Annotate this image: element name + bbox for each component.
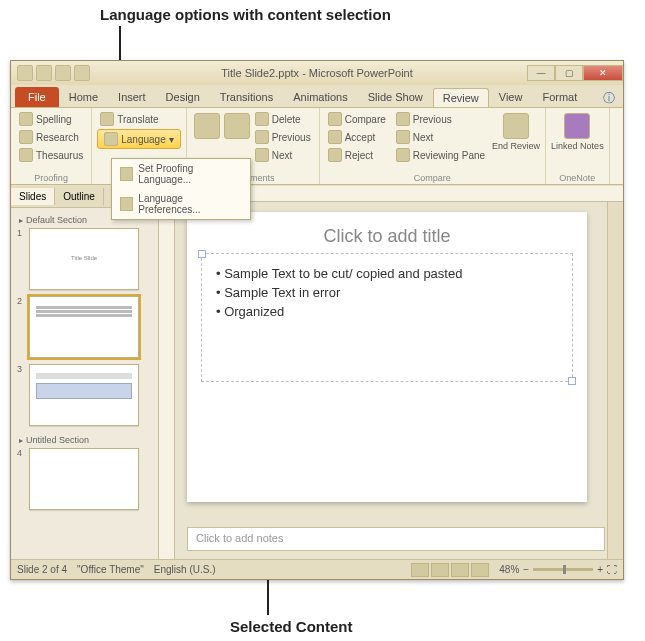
- compare-button[interactable]: Compare: [325, 111, 389, 127]
- help-icon[interactable]: ⓘ: [603, 90, 623, 107]
- accept-button[interactable]: Accept: [325, 129, 389, 145]
- tab-format[interactable]: Format: [532, 87, 587, 107]
- undo-icon[interactable]: [55, 65, 71, 81]
- outline-tab[interactable]: Outline: [55, 188, 104, 205]
- spelling-label: Spelling: [36, 114, 72, 125]
- tab-design[interactable]: Design: [156, 87, 210, 107]
- set-language-label: Set Proofing Language...: [138, 163, 242, 185]
- new-comment-button[interactable]: [192, 111, 222, 163]
- save-icon[interactable]: [36, 65, 52, 81]
- linked-notes-label: Linked Notes: [551, 141, 604, 151]
- thumb1-text: Title Slide: [36, 255, 132, 261]
- linked-notes-button[interactable]: Linked Notes: [551, 111, 604, 151]
- reject-label: Reject: [345, 150, 373, 161]
- title-placeholder[interactable]: Click to add title: [205, 226, 569, 247]
- zoom-out-icon[interactable]: −: [523, 564, 529, 575]
- tab-home[interactable]: Home: [59, 87, 108, 107]
- vertical-scrollbar[interactable]: [607, 202, 623, 559]
- next-comment-button[interactable]: Next: [252, 147, 314, 163]
- end-review-label: End Review: [492, 141, 540, 151]
- language-label: Language: [121, 134, 166, 145]
- section-untitled[interactable]: Untitled Section: [17, 432, 152, 448]
- thumbnails[interactable]: Default Section 1 Title Slide 2 3: [11, 208, 158, 559]
- translate-button[interactable]: Translate: [97, 111, 181, 127]
- reading-view-icon[interactable]: [451, 563, 469, 577]
- view-buttons: [411, 563, 489, 577]
- language-button[interactable]: Language▾: [97, 129, 181, 149]
- tab-insert[interactable]: Insert: [108, 87, 156, 107]
- reject-button[interactable]: Reject: [325, 147, 389, 163]
- next-icon: [396, 130, 410, 144]
- prev-label: Previous: [272, 132, 311, 143]
- compare-next-button[interactable]: Next: [393, 129, 488, 145]
- reject-icon: [328, 148, 342, 162]
- thumbnail-3[interactable]: [29, 364, 139, 426]
- thumbnail-4[interactable]: [29, 448, 139, 510]
- chevron-down-icon: ▾: [169, 134, 174, 145]
- redo-icon[interactable]: [74, 65, 90, 81]
- tab-transitions[interactable]: Transitions: [210, 87, 283, 107]
- tab-view[interactable]: View: [489, 87, 533, 107]
- notes-pane[interactable]: Click to add notes: [187, 527, 605, 551]
- reviewing-label: Reviewing Pane: [413, 150, 485, 161]
- reviewing-pane-button[interactable]: Reviewing Pane: [393, 147, 488, 163]
- tab-review[interactable]: Review: [433, 88, 489, 107]
- group-proofing-label: Proofing: [16, 173, 86, 183]
- set-language-icon: [120, 167, 133, 181]
- research-label: Research: [36, 132, 79, 143]
- thumbnail-1[interactable]: Title Slide: [29, 228, 139, 290]
- theme-name: "Office Theme": [77, 564, 144, 575]
- tab-animations[interactable]: Animations: [283, 87, 357, 107]
- previous-icon: [255, 130, 269, 144]
- thumb-row-3: 3: [17, 364, 152, 426]
- maximize-button[interactable]: ▢: [555, 65, 583, 81]
- minimize-button[interactable]: —: [527, 65, 555, 81]
- fit-window-icon[interactable]: ⛶: [607, 564, 617, 575]
- translate-label: Translate: [117, 114, 158, 125]
- thesaurus-label: Thesaurus: [36, 150, 83, 161]
- research-button[interactable]: Research: [16, 129, 86, 145]
- close-button[interactable]: ✕: [583, 65, 623, 81]
- bullet-2[interactable]: Sample Text in error: [216, 283, 558, 302]
- thumbnail-2[interactable]: [29, 296, 139, 358]
- tab-slideshow[interactable]: Slide Show: [358, 87, 433, 107]
- vertical-ruler: [159, 202, 175, 559]
- edit-comment-button[interactable]: [222, 111, 252, 163]
- slideshow-view-icon[interactable]: [471, 563, 489, 577]
- language-dropdown: Set Proofing Language... Language Prefer…: [111, 158, 251, 220]
- edit-comment-icon: [224, 113, 250, 139]
- compare-prev-button[interactable]: Previous: [393, 111, 488, 127]
- slide-canvas: Click to add title Sample Text to be cut…: [159, 186, 623, 559]
- end-review-button[interactable]: End Review: [492, 111, 540, 163]
- thumb-num-2: 2: [17, 296, 25, 358]
- status-bar: Slide 2 of 4 "Office Theme" English (U.S…: [11, 559, 623, 579]
- lang-prefs-label: Language Preferences...: [138, 193, 242, 215]
- set-proofing-language-item[interactable]: Set Proofing Language...: [112, 159, 250, 189]
- language-status[interactable]: English (U.S.): [154, 564, 216, 575]
- thesaurus-button[interactable]: Thesaurus: [16, 147, 86, 163]
- language-icon: [104, 132, 118, 146]
- bullet-3[interactable]: Organized: [216, 302, 558, 321]
- titlebar: Title Slide2.pptx - Microsoft PowerPoint…: [11, 61, 623, 85]
- zoom-in-icon[interactable]: +: [597, 564, 603, 575]
- zoom-slider[interactable]: [533, 568, 593, 571]
- group-proofing: Spelling Research Thesaurus Proofing: [11, 108, 92, 184]
- bullet-1[interactable]: Sample Text to be cut/ copied and pasted: [216, 264, 558, 283]
- research-icon: [19, 130, 33, 144]
- quick-access-toolbar: [11, 65, 96, 81]
- sorter-view-icon[interactable]: [431, 563, 449, 577]
- thumb-num-1: 1: [17, 228, 25, 290]
- delete-icon: [255, 112, 269, 126]
- normal-view-icon[interactable]: [411, 563, 429, 577]
- slides-tab[interactable]: Slides: [11, 188, 55, 205]
- spelling-button[interactable]: Spelling: [16, 111, 86, 127]
- next-icon: [255, 148, 269, 162]
- delete-comment-button[interactable]: Delete: [252, 111, 314, 127]
- prev-comment-button[interactable]: Previous: [252, 129, 314, 145]
- previous-icon: [396, 112, 410, 126]
- tab-file[interactable]: File: [15, 87, 59, 107]
- language-preferences-item[interactable]: Language Preferences...: [112, 189, 250, 219]
- content-placeholder[interactable]: Sample Text to be cut/ copied and pasted…: [201, 253, 573, 382]
- next-label: Next: [272, 150, 293, 161]
- app-icon[interactable]: [17, 65, 33, 81]
